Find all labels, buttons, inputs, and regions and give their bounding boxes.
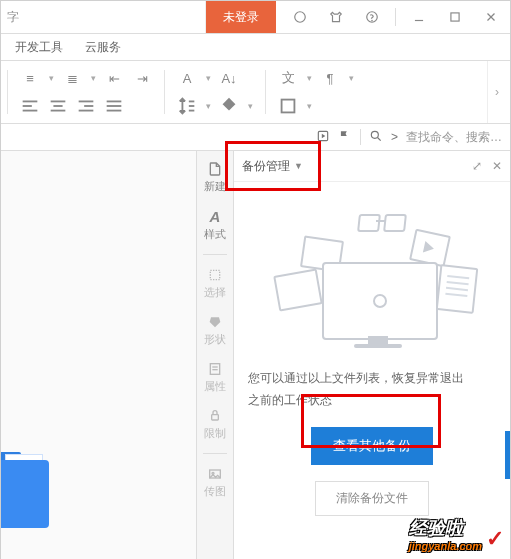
backup-text-line2: 之前的工作状态 bbox=[248, 390, 464, 412]
rail-select[interactable]: 选择 bbox=[200, 263, 230, 304]
side-rail: 新建 A 样式 选择 形状 属性 限制 bbox=[196, 151, 233, 559]
separator bbox=[360, 129, 361, 145]
skin-icon[interactable] bbox=[323, 4, 349, 30]
panel-close-icon[interactable]: ✕ bbox=[492, 159, 502, 173]
rail-new-label: 新建 bbox=[204, 179, 226, 194]
chevron-down-icon[interactable]: ▾ bbox=[203, 66, 213, 90]
play-icon[interactable] bbox=[316, 129, 330, 146]
rail-legend[interactable]: 传图 bbox=[200, 462, 230, 503]
rail-shape-label: 形状 bbox=[204, 332, 226, 347]
chevron-down-icon[interactable]: ▾ bbox=[304, 66, 314, 90]
rail-attr-label: 属性 bbox=[204, 379, 226, 394]
rail-select-label: 选择 bbox=[204, 285, 226, 300]
line-spacing-button[interactable] bbox=[175, 94, 199, 118]
separator bbox=[7, 70, 8, 114]
align-center-button[interactable] bbox=[46, 94, 70, 118]
command-bar: > 查找命令、搜索… bbox=[1, 124, 510, 151]
chevron-down-icon[interactable]: ▾ bbox=[245, 94, 255, 118]
backup-panel-title: 备份管理 bbox=[242, 158, 290, 175]
app-menu-icon[interactable] bbox=[287, 4, 313, 30]
svg-point-0 bbox=[295, 12, 306, 23]
svg-line-26 bbox=[378, 137, 381, 140]
svg-rect-32 bbox=[212, 415, 219, 420]
ribbon: ≡▾ ≣▾ ⇤ ⇥ A▾ A↓ ▾ ▾ bbox=[1, 61, 510, 124]
rail-limit-label: 限制 bbox=[204, 426, 226, 441]
svg-marker-28 bbox=[210, 317, 221, 327]
menu-cloud[interactable]: 云服务 bbox=[85, 39, 121, 56]
svg-point-25 bbox=[371, 131, 378, 138]
backup-panel-title-dropdown[interactable]: 备份管理 ▼ bbox=[242, 158, 303, 175]
sort-button[interactable]: A↓ bbox=[217, 66, 241, 90]
numbering-button[interactable]: ≣ bbox=[60, 66, 84, 90]
align-left-button[interactable] bbox=[18, 94, 42, 118]
svg-rect-4 bbox=[451, 13, 459, 21]
chevron-down-icon: ▼ bbox=[294, 161, 303, 171]
separator bbox=[203, 254, 227, 255]
indent-button[interactable]: ⇥ bbox=[130, 66, 154, 90]
shading-button[interactable] bbox=[217, 94, 241, 118]
backup-illustration bbox=[262, 204, 482, 354]
font-size-button[interactable]: A bbox=[175, 66, 199, 90]
separator bbox=[395, 8, 396, 26]
panel-expand-icon[interactable]: ⤢ bbox=[472, 159, 482, 173]
rail-style-label: 样式 bbox=[204, 227, 226, 242]
paragraph-mark-button[interactable]: ¶ bbox=[318, 66, 342, 90]
help-icon[interactable] bbox=[359, 4, 385, 30]
menu-dev-tools[interactable]: 开发工具 bbox=[15, 39, 63, 56]
search-icon[interactable] bbox=[369, 129, 383, 146]
svg-marker-24 bbox=[322, 133, 326, 138]
login-button[interactable]: 未登录 bbox=[206, 1, 276, 33]
rail-attr[interactable]: 属性 bbox=[200, 357, 230, 398]
svg-rect-27 bbox=[210, 270, 219, 279]
rail-shape[interactable]: 形状 bbox=[200, 310, 230, 351]
watermark: 经验啦 jingyanla.com ✓ bbox=[409, 516, 504, 552]
maximize-icon[interactable] bbox=[442, 4, 468, 30]
clear-backup-button[interactable]: 清除备份文件 bbox=[315, 481, 429, 516]
scrollbar-thumb[interactable] bbox=[505, 431, 510, 479]
separator bbox=[265, 70, 266, 114]
command-search-input[interactable]: 查找命令、搜索… bbox=[406, 129, 502, 146]
borders-button[interactable] bbox=[276, 94, 300, 118]
chevron-down-icon[interactable]: ▾ bbox=[88, 66, 98, 90]
title-fragment: 字 bbox=[1, 1, 206, 33]
svg-rect-22 bbox=[282, 100, 295, 113]
backup-panel: 备份管理 ▼ ⤢ ✕ 您可以通过以上文件列表，恢复异 bbox=[233, 151, 510, 559]
ribbon-expand-button[interactable]: › bbox=[487, 61, 506, 123]
chevron-down-icon[interactable]: ▾ bbox=[46, 66, 56, 90]
backup-text-line1: 您可以通过以上文件列表，恢复异常退出 bbox=[248, 368, 464, 390]
watermark-brand: 经验啦 bbox=[409, 516, 482, 540]
folder-icon bbox=[1, 452, 51, 532]
search-prefix: > bbox=[391, 130, 398, 144]
minimize-icon[interactable] bbox=[406, 4, 432, 30]
separator bbox=[164, 70, 165, 114]
outdent-button[interactable]: ⇤ bbox=[102, 66, 126, 90]
chevron-down-icon[interactable]: ▾ bbox=[346, 66, 356, 90]
backup-panel-text: 您可以通过以上文件列表，恢复异常退出 之前的工作状态 bbox=[248, 368, 464, 411]
chevron-down-icon[interactable]: ▾ bbox=[203, 94, 213, 118]
view-other-backup-button[interactable]: 查看其他备份 bbox=[311, 427, 433, 465]
rail-new[interactable]: 新建 bbox=[200, 157, 230, 198]
align-right-button[interactable] bbox=[74, 94, 98, 118]
document-area[interactable] bbox=[1, 151, 196, 559]
menu-bar: 开发工具 云服务 bbox=[1, 34, 510, 61]
watermark-domain: jingyanla.com bbox=[409, 540, 482, 552]
separator bbox=[203, 453, 227, 454]
watermark-check-icon: ✓ bbox=[486, 526, 504, 552]
rail-style[interactable]: A 样式 bbox=[200, 204, 230, 246]
svg-point-2 bbox=[372, 20, 373, 21]
flag-icon[interactable] bbox=[338, 129, 352, 146]
text-direction-button[interactable]: 文 bbox=[276, 66, 300, 90]
rail-limit[interactable]: 限制 bbox=[200, 404, 230, 445]
bullets-button[interactable]: ≡ bbox=[18, 66, 42, 90]
title-bar: 字 未登录 bbox=[1, 1, 510, 34]
rail-legend-label: 传图 bbox=[204, 484, 226, 499]
close-icon[interactable] bbox=[478, 4, 504, 30]
chevron-down-icon[interactable]: ▾ bbox=[304, 94, 314, 118]
align-justify-button[interactable] bbox=[102, 94, 126, 118]
